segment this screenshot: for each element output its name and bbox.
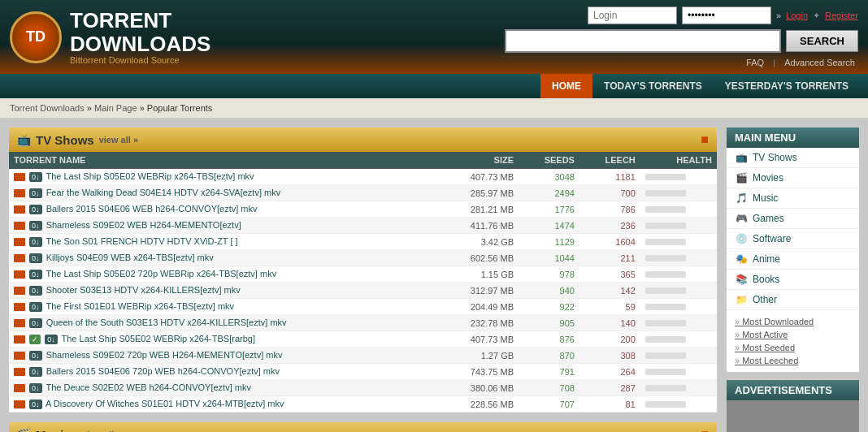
torrent-link[interactable]: Queen of the South S03E13 HDTV x264-KILL…	[46, 318, 287, 327]
table-row: 0↓ A Discovery Of Witches S01E01 HDTV x2…	[9, 396, 717, 413]
sidebar-header: MAIN MENU	[727, 127, 859, 148]
leech-cell: 236	[579, 218, 640, 234]
most-leeched-link[interactable]: Most Leeched	[735, 354, 851, 367]
leech-cell: 200	[579, 331, 640, 348]
nav-home[interactable]: HOME	[540, 74, 592, 98]
rss-icon[interactable]: ■	[701, 132, 709, 147]
zero-badge: 0↓	[29, 367, 42, 377]
sidebar-item-games[interactable]: 🎮 Games	[727, 209, 859, 229]
sidebar-item-anime[interactable]: 🎭 Anime	[727, 249, 859, 270]
tv-view-all[interactable]: view all »	[99, 135, 138, 145]
health-cell	[640, 348, 717, 364]
breadcrumb-torrent-downloads[interactable]: Torrent Downloads	[10, 103, 85, 113]
seeds-cell: 876	[519, 331, 579, 348]
advertisements-section: ADVERTISEMENTS Ad	[726, 379, 860, 432]
most-seeded-link[interactable]: Most Seeded	[735, 341, 851, 354]
sidebar-item-other[interactable]: 📁 Other	[727, 290, 859, 310]
torrent-type-icon	[14, 352, 25, 360]
movie-icon: 🎬	[17, 428, 31, 432]
login-button[interactable]: Login	[786, 11, 808, 20]
size-cell: 743.75 MB	[438, 364, 519, 380]
torrent-name-cell: 0↓ Queen of the South S03E13 HDTV x264-K…	[9, 315, 438, 331]
health-bar	[645, 206, 686, 213]
torrent-name-cell: 0↓ Shameless S09E02 720p WEB H264-MEMENT…	[9, 348, 438, 364]
table-row: 0↓ The Deuce S02E02 WEB h264-CONVOY[eztv…	[9, 380, 717, 396]
torrent-name-cell: 0↓ The Son S01 FRENCH HDTV HDTV XViD-ZT …	[9, 234, 438, 250]
health-cell	[640, 234, 717, 250]
torrent-link[interactable]: Ballers 2015 S04E06 720p WEB h264-CONVOY…	[46, 366, 280, 376]
most-active-link[interactable]: Most Active	[735, 328, 851, 341]
search-button[interactable]: SEARCH	[786, 30, 858, 52]
header-right: » Login ✦ Register SEARCH FAQ | Advanced…	[505, 6, 858, 67]
login-input[interactable]	[588, 6, 677, 24]
verified-badge: ✓	[29, 335, 41, 344]
advanced-search-link[interactable]: Advanced Search	[784, 58, 855, 67]
torrent-type-icon	[14, 270, 25, 279]
torrent-type-icon	[14, 319, 25, 327]
tv-rows: 0↓ The Last Ship S05E02 WEBRip x264-TBS[…	[9, 169, 717, 413]
table-row: 0↓ Ballers 2015 S04E06 720p WEB h264-CON…	[9, 364, 717, 380]
sidebar-item-software[interactable]: 💿 Software	[727, 229, 859, 249]
table-row: 0↓ Shameless S09E02 720p WEB H264-MEMENT…	[9, 348, 717, 364]
table-row: 0↓ Ballers 2015 S04E06 WEB h264-CONVOY[e…	[9, 201, 717, 218]
table-row: 0↓ Shooter S03E13 HDTV x264-KILLERS[eztv…	[9, 283, 717, 299]
navbar: HOME TODAY'S TORRENTS YESTERDAY'S TORREN…	[0, 74, 868, 98]
most-downloaded-link[interactable]: Most Downloaded	[735, 315, 851, 328]
movies-rss-icon[interactable]: ■	[701, 427, 709, 432]
search-input[interactable]	[505, 29, 781, 53]
torrent-link[interactable]: Killjoys S04E09 WEB x264-TBS[eztv] mkv	[46, 253, 214, 262]
sidebar-item-tv[interactable]: 📺 TV Shows	[727, 148, 859, 168]
zero-badge: 0↓	[45, 335, 58, 344]
torrent-name-cell: 0↓ The Last Ship S05E02 WEBRip x264-TBS[…	[9, 169, 438, 185]
health-cell	[640, 331, 717, 348]
torrent-link[interactable]: Fear the Walking Dead S04E14 HDTV x264-S…	[46, 188, 281, 197]
seeds-cell: 1776	[519, 201, 579, 218]
torrent-link[interactable]: The First S01E01 WEBRip x264-TBS[eztv] m…	[46, 301, 234, 311]
health-bar	[645, 385, 686, 391]
nav-todays[interactable]: TODAY'S TORRENTS	[592, 74, 714, 98]
torrent-type-icon	[14, 384, 25, 392]
torrent-link[interactable]: Ballers 2015 S04E06 WEB h264-CONVOY[eztv…	[46, 204, 258, 214]
torrent-link[interactable]: Shameless S09E02 WEB H264-MEMENTO[eztv]	[46, 220, 241, 230]
breadcrumb-main-page[interactable]: Main Page	[94, 103, 137, 113]
health-cell	[640, 380, 717, 396]
torrent-link[interactable]: The Last Ship S05E02 720p WEBRip x264-TB…	[46, 269, 276, 279]
sidebar-item-movies[interactable]: 🎬 Movies	[727, 168, 859, 188]
torrent-link[interactable]: The Son S01 FRENCH HDTV HDTV XViD-ZT [ ]	[46, 236, 237, 246]
games-sidebar-icon: 🎮	[735, 214, 748, 223]
ads-image: Ad	[727, 400, 859, 432]
size-cell: 285.97 MB	[438, 185, 519, 201]
sidebar-item-books[interactable]: 📚 Books	[727, 270, 859, 290]
faq-link[interactable]: FAQ	[746, 58, 764, 67]
nav-yesterdays[interactable]: YESTERDAY'S TORRENTS	[714, 74, 860, 98]
torrent-type-icon	[14, 189, 25, 197]
torrent-name-cell: 0↓ Ballers 2015 S04E06 720p WEB h264-CON…	[9, 364, 438, 380]
health-cell	[640, 396, 717, 413]
sidebar-item-music[interactable]: 🎵 Music	[727, 188, 859, 209]
torrent-link[interactable]: The Last Ship S05E02 WEBRip x264-TBS[rar…	[62, 334, 255, 343]
torrent-link[interactable]: Shameless S09E02 720p WEB H264-MEMENTO[e…	[46, 350, 283, 360]
zero-badge: 0↓	[29, 237, 42, 247]
register-button[interactable]: Register	[825, 11, 858, 20]
col-health: HEALTH	[640, 152, 717, 169]
leech-cell: 365	[579, 266, 640, 283]
torrent-link[interactable]: Shooter S03E13 HDTV x264-KILLERS[eztv] m…	[46, 285, 241, 295]
torrent-name-cell: 0↓ The Last Ship S05E02 720p WEBRip x264…	[9, 266, 438, 283]
size-cell: 411.76 MB	[438, 218, 519, 234]
leech-cell: 140	[579, 315, 640, 331]
torrent-link[interactable]: The Deuce S02E02 WEB h264-CONVOY[eztv] m…	[46, 382, 251, 392]
password-input[interactable]	[682, 6, 771, 24]
torrent-link[interactable]: The Last Ship S05E02 WEBRip x264-TBS[ezt…	[46, 171, 254, 181]
health-bar	[645, 336, 686, 343]
leech-cell: 1181	[579, 169, 640, 185]
torrent-link[interactable]: A Discovery Of Witches S01E01 HDTV x264-…	[46, 399, 284, 408]
size-cell: 407.73 MB	[438, 331, 519, 348]
health-cell	[640, 364, 717, 380]
health-bar	[645, 271, 686, 278]
anime-sidebar-icon: 🎭	[735, 254, 748, 264]
breadcrumb: Torrent Downloads » Main Page » Popular …	[0, 98, 868, 119]
zero-badge: 0↓	[29, 286, 42, 296]
health-bar	[645, 352, 686, 359]
table-row: 0↓ The Son S01 FRENCH HDTV HDTV XViD-ZT …	[9, 234, 717, 250]
torrent-type-icon	[14, 254, 25, 262]
